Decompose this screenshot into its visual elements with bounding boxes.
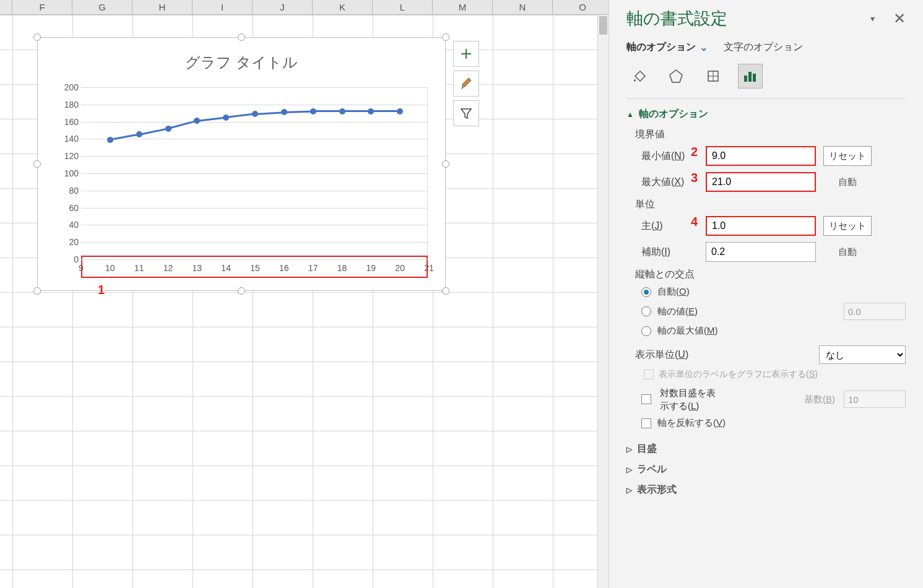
- section-number-format[interactable]: ▷ 表示形式: [626, 483, 906, 496]
- display-units-select[interactable]: なし: [819, 345, 906, 364]
- min-input[interactable]: [706, 146, 816, 166]
- pane-close-icon[interactable]: ✕: [893, 10, 906, 27]
- minor-unit-label: 補助(I): [641, 246, 698, 259]
- bounds-label: 境界値: [635, 128, 906, 141]
- spreadsheet-area[interactable]: F G H I J K L M N O グラフ タイトル: [0, 0, 609, 588]
- column-headers: F G H I J K L M N O: [0, 0, 609, 15]
- chart-styles-button[interactable]: [453, 71, 479, 97]
- y-tick-label: 140: [49, 134, 79, 144]
- y-gridline: [81, 191, 428, 191]
- y-tick-label: 80: [49, 186, 79, 196]
- x-tick-label: 17: [308, 263, 318, 273]
- cross-max-radio[interactable]: 軸の最大値(M): [641, 325, 906, 337]
- log-base-label: 基数(B): [804, 394, 835, 405]
- col-header[interactable]: H: [132, 0, 193, 14]
- plot-area[interactable]: 2001801601401201008060402009101112131415…: [49, 87, 434, 279]
- y-gridline: [81, 156, 428, 157]
- log-scale-checkbox[interactable]: 対数目盛を表示する(L): [660, 386, 716, 412]
- col-header[interactable]: N: [493, 0, 553, 14]
- pane-title: 軸の書式設定: [626, 7, 727, 30]
- chart-elements-button[interactable]: [453, 41, 479, 67]
- max-label: 最大値(X): [641, 176, 698, 189]
- resize-handle[interactable]: [33, 287, 41, 295]
- x-tick-label: 12: [163, 263, 173, 273]
- x-tick-label: 13: [193, 263, 202, 273]
- resize-handle[interactable]: [442, 287, 449, 295]
- minor-unit-input[interactable]: [706, 242, 816, 262]
- col-header[interactable]: M: [433, 0, 493, 14]
- major-unit-reset-button[interactable]: リセット: [823, 216, 872, 236]
- triangle-right-icon: ▷: [626, 486, 632, 495]
- chevron-down-icon: ⌄: [700, 41, 708, 53]
- reverse-axis-checkbox[interactable]: 軸を反転する(V): [641, 417, 906, 429]
- y-gridline: [81, 242, 428, 243]
- y-gridline: [81, 87, 428, 88]
- cross-value-radio[interactable]: 軸の値(E): [641, 303, 906, 320]
- display-units-label: 表示単位(U): [635, 348, 688, 361]
- x-tick-label: 20: [395, 263, 405, 273]
- section-axis-options[interactable]: ▲ 軸のオプション: [626, 108, 906, 121]
- svg-rect-1: [744, 76, 747, 82]
- major-unit-label: 主(J): [641, 220, 698, 233]
- axis-options-tab[interactable]: [738, 64, 763, 89]
- y-tick-label: 180: [49, 100, 79, 110]
- series-line: [342, 110, 371, 112]
- resize-handle[interactable]: [33, 160, 41, 168]
- chart-filters-button[interactable]: [453, 100, 479, 126]
- tab-axis-options[interactable]: 軸のオプション ⌄: [626, 41, 708, 54]
- resize-handle[interactable]: [33, 33, 41, 41]
- col-header[interactable]: J: [253, 0, 313, 14]
- size-properties-tab[interactable]: [701, 64, 726, 89]
- cross-max-label: 軸の最大値(M): [657, 325, 718, 337]
- section-labels[interactable]: ▷ ラベル: [626, 463, 906, 476]
- cross-auto-label: 自動(O): [657, 286, 690, 298]
- col-header[interactable]: I: [193, 0, 253, 14]
- data-point[interactable]: [397, 108, 403, 115]
- funnel-icon: [459, 106, 473, 120]
- reverse-axis-label: 軸を反転する(V): [657, 417, 726, 429]
- col-header[interactable]: K: [313, 0, 373, 14]
- effects-tab[interactable]: [664, 64, 688, 89]
- triangle-right-icon: ▷: [626, 465, 632, 474]
- series-line: [313, 110, 342, 112]
- chart-title[interactable]: グラフ タイトル: [38, 38, 445, 72]
- triangle-down-icon: ▲: [626, 110, 634, 119]
- col-header[interactable]: L: [373, 0, 433, 14]
- x-tick-label: 15: [250, 263, 260, 273]
- col-header[interactable]: O: [553, 0, 609, 14]
- min-reset-button[interactable]: リセット: [823, 146, 872, 166]
- vertical-scrollbar[interactable]: [597, 15, 609, 588]
- annotation-2: 2: [691, 145, 698, 159]
- show-unit-label-text: 表示単位のラベルをグラフに表示する(S): [659, 369, 818, 380]
- major-unit-input[interactable]: [706, 216, 816, 236]
- section-ticks[interactable]: ▷ 目盛: [626, 443, 906, 456]
- checkbox-icon: [644, 370, 654, 379]
- pane-dropdown-icon[interactable]: ▾: [870, 14, 875, 24]
- resize-handle[interactable]: [442, 33, 449, 41]
- x-tick-label: 9: [79, 263, 84, 273]
- chart-object[interactable]: グラフ タイトル 2001801601401201008060402009101…: [37, 37, 446, 291]
- scrollbar-thumb[interactable]: [599, 16, 607, 35]
- max-input[interactable]: [706, 172, 816, 192]
- y-tick-label: 40: [49, 220, 79, 230]
- log-base-input: [844, 391, 906, 408]
- brush-icon: [459, 76, 474, 91]
- cross-auto-radio[interactable]: 自動(O): [641, 286, 906, 298]
- svg-rect-3: [753, 74, 756, 82]
- section-axis-options-label: 軸のオプション: [639, 108, 708, 121]
- fill-line-tab[interactable]: [626, 64, 651, 89]
- resize-handle[interactable]: [238, 287, 245, 295]
- section-ticks-label: 目盛: [637, 443, 657, 456]
- resize-handle[interactable]: [238, 33, 245, 41]
- y-gridline: [81, 173, 428, 174]
- tab-text-options[interactable]: 文字のオプション: [724, 41, 803, 54]
- checkbox-icon[interactable]: [641, 394, 651, 404]
- x-tick-label: 14: [221, 263, 231, 273]
- resize-handle[interactable]: [442, 160, 449, 168]
- col-header[interactable]: G: [72, 0, 132, 14]
- x-tick-label: 10: [105, 263, 115, 273]
- cross-value-input[interactable]: [844, 303, 906, 320]
- col-header[interactable]: F: [12, 0, 72, 14]
- y-tick-label: 100: [49, 168, 79, 178]
- y-gridline: [81, 225, 428, 225]
